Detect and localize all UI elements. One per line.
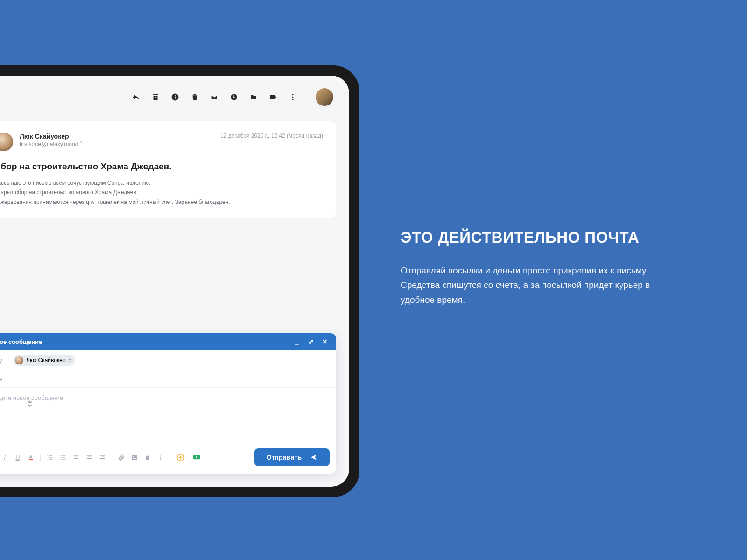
svg-rect-19 — [88, 457, 91, 457]
recipient-chip[interactable]: Люк Скайвокер × — [13, 355, 75, 366]
compose-footer: B I U — [0, 444, 336, 474]
mark-read-icon[interactable] — [210, 93, 218, 101]
text-color-icon[interactable] — [27, 454, 35, 461]
compose-header[interactable]: Новое сообщение _ ⤢ ✕ — [0, 333, 336, 350]
marketing-headline: ЭТО ДЕЙСТВИТЕЛЬНО ПОЧТА — [401, 229, 662, 246]
svg-rect-23 — [100, 458, 105, 459]
more-format-icon[interactable] — [157, 454, 164, 461]
recipient-name: Люк Скайвокер — [26, 357, 66, 364]
image-icon[interactable] — [131, 454, 138, 461]
svg-point-4 — [292, 94, 294, 95]
toolbar-actions — [132, 93, 297, 101]
toolbar — [0, 84, 349, 110]
svg-point-13 — [60, 459, 61, 460]
send-label: Отправить — [267, 454, 302, 461]
email-card: Люк Скайуокер firstforce@galaxy.mood ˅ 1… — [0, 121, 336, 218]
compose-window: Новое сообщение _ ⤢ ✕ Кому Люк Скайвокер… — [0, 333, 336, 474]
svg-rect-20 — [87, 458, 92, 459]
italic-icon[interactable]: I — [1, 454, 8, 461]
move-icon[interactable] — [249, 93, 258, 101]
svg-rect-22 — [102, 457, 105, 457]
send-icon — [310, 454, 317, 461]
align-right-icon[interactable] — [99, 454, 106, 461]
list-bullet-icon[interactable] — [59, 454, 67, 461]
expand-icon[interactable]: ⤢ — [306, 337, 316, 346]
align-left-icon[interactable] — [72, 454, 80, 461]
close-icon[interactable]: ✕ — [320, 337, 330, 346]
compose-body[interactable]: Введите новое сообщение — [0, 388, 336, 444]
svg-point-27 — [160, 457, 162, 458]
svg-rect-2 — [175, 95, 176, 96]
svg-point-11 — [60, 457, 61, 458]
svg-rect-12 — [62, 457, 65, 457]
compose-to-row[interactable]: Кому Люк Скайвокер × — [0, 350, 336, 371]
svg-rect-10 — [62, 455, 65, 455]
underline-icon[interactable]: U — [14, 454, 21, 461]
list-ordered-icon[interactable] — [46, 454, 54, 461]
sender-avatar[interactable] — [0, 133, 13, 151]
avatar[interactable] — [315, 87, 334, 107]
reply-icon[interactable] — [132, 93, 140, 101]
sender-name: Люк Скайуокер — [20, 133, 214, 140]
money-icon[interactable] — [192, 453, 201, 462]
tablet-device: ый Люк Скайуокер firstforce@galaxy.mood … — [0, 65, 359, 497]
delete-icon[interactable] — [190, 93, 199, 101]
svg-rect-18 — [87, 455, 92, 455]
format-toolbar: B I U — [0, 454, 164, 461]
to-label: Кому — [0, 357, 7, 364]
svg-rect-1 — [175, 97, 176, 99]
screen: ый Люк Скайуокер firstforce@galaxy.mood … — [0, 76, 349, 487]
svg-rect-21 — [100, 455, 105, 455]
compose-subject-row[interactable]: Тема — [0, 371, 336, 388]
minimize-icon[interactable]: _ — [292, 337, 302, 346]
chip-remove-icon[interactable]: × — [69, 357, 71, 363]
svg-rect-8 — [29, 459, 33, 460]
delete-draft-icon[interactable] — [144, 454, 151, 461]
svg-rect-16 — [74, 457, 77, 457]
email-date: 12 декабря 2020 г., 12:42 (месяц назад) — [220, 133, 323, 139]
sender-email[interactable]: firstforce@galaxy.mood ˅ — [20, 141, 214, 147]
attach-special-group — [176, 453, 201, 462]
email-header: Люк Скайуокер firstforce@galaxy.mood ˅ 1… — [0, 133, 323, 151]
cursor-icon — [26, 400, 34, 409]
align-center-icon[interactable] — [85, 454, 93, 461]
svg-point-9 — [60, 455, 61, 456]
svg-rect-17 — [74, 458, 79, 459]
archive-icon[interactable] — [151, 93, 160, 101]
svg-point-31 — [196, 456, 197, 458]
email-body: Рассылаю это письмо всем сочуствующим Со… — [0, 178, 323, 207]
label-icon[interactable] — [269, 93, 277, 101]
svg-point-28 — [160, 459, 162, 460]
subject-label: Тема — [0, 376, 7, 383]
compose-title: Новое сообщение — [0, 338, 42, 345]
info-icon[interactable] — [171, 93, 179, 101]
svg-rect-14 — [62, 459, 65, 459]
package-icon[interactable] — [176, 453, 185, 462]
snooze-icon[interactable] — [230, 93, 238, 101]
svg-point-6 — [292, 99, 294, 100]
svg-point-25 — [133, 456, 134, 457]
more-icon[interactable] — [289, 93, 297, 101]
svg-point-26 — [160, 455, 162, 456]
marketing-copy: ЭТО ДЕЙСТВИТЕЛЬНО ПОЧТА Отправляй посылк… — [401, 229, 662, 307]
svg-point-5 — [292, 97, 294, 98]
marketing-body: Отправляй посылки и деньги просто прикре… — [401, 263, 662, 307]
attach-icon[interactable] — [118, 454, 125, 461]
send-button[interactable]: Отправить — [254, 448, 330, 466]
email-subject: Сбор на строительство Храма Джедаев. — [0, 161, 323, 172]
svg-rect-15 — [74, 455, 79, 455]
chip-avatar-icon — [15, 356, 23, 364]
